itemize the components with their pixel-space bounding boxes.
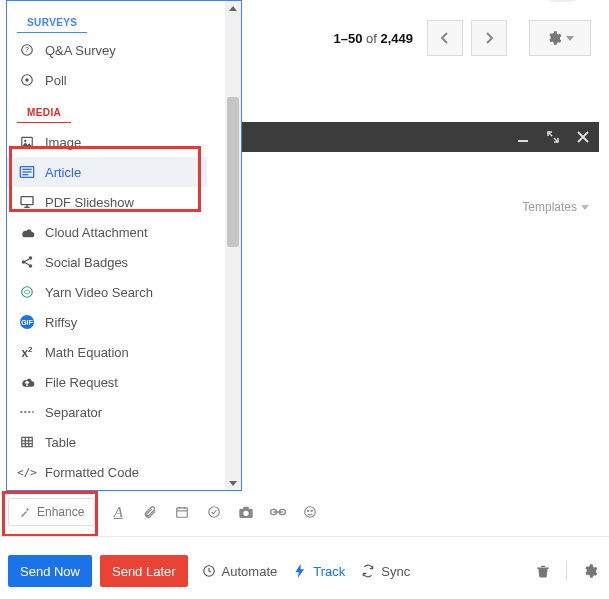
scroll-up-button[interactable] xyxy=(225,1,241,15)
svg-point-5 xyxy=(24,140,26,142)
svg-point-16 xyxy=(22,287,33,298)
menu-item-qa-survey[interactable]: ? Q&A Survey xyxy=(7,35,207,65)
menu-item-truncated xyxy=(17,1,231,11)
menu-item-image[interactable]: Image xyxy=(7,127,207,157)
sync-button[interactable]: Sync xyxy=(361,564,410,579)
minimize-icon xyxy=(517,131,529,143)
bolt-icon xyxy=(293,564,307,578)
track-label: Track xyxy=(313,564,345,579)
emoji-button[interactable] xyxy=(301,503,319,521)
svg-rect-32 xyxy=(177,508,188,517)
send-later-label: Send Later xyxy=(112,564,176,579)
enhance-button[interactable]: Enhance xyxy=(8,498,95,526)
check-circle-icon xyxy=(207,505,221,519)
prev-page-button[interactable] xyxy=(427,20,463,56)
task-button[interactable] xyxy=(205,503,223,521)
templates-label: Templates xyxy=(522,200,577,214)
menu-item-pdf-slideshow[interactable]: PDF Slideshow xyxy=(7,187,207,217)
page-info: 1–50 of 2,449 xyxy=(333,31,413,46)
menu-item-crowdcast[interactable]: Crowdcast xyxy=(7,487,207,490)
table-icon xyxy=(19,434,35,450)
riffsy-icon: GIF xyxy=(19,314,35,330)
menu-item-cloud-attachment[interactable]: Cloud Attachment xyxy=(7,217,207,247)
menu-item-label: Math Equation xyxy=(45,345,129,360)
close-icon xyxy=(577,131,589,143)
compose-titlebar xyxy=(242,122,599,152)
menu-item-file-request[interactable]: File Request xyxy=(7,367,207,397)
yarn-icon xyxy=(19,284,35,300)
menu-item-yarn-video[interactable]: Yarn Video Search xyxy=(7,277,207,307)
sync-label: Sync xyxy=(381,564,410,579)
menu-item-label: Yarn Video Search xyxy=(45,285,153,300)
text-format-button[interactable]: A xyxy=(109,503,127,521)
menu-item-label: Table xyxy=(45,435,76,450)
sync-icon xyxy=(361,564,375,578)
svg-text:?: ? xyxy=(25,46,29,53)
svg-point-43 xyxy=(308,510,309,511)
svg-rect-10 xyxy=(21,197,33,205)
trash-icon xyxy=(536,563,550,579)
separator-icon xyxy=(19,404,35,420)
menu-item-article[interactable]: Article xyxy=(7,157,207,187)
link-button[interactable] xyxy=(269,503,287,521)
track-button[interactable]: Track xyxy=(293,564,345,579)
menu-item-label: Riffsy xyxy=(45,315,77,330)
svg-point-42 xyxy=(305,507,316,518)
next-page-button[interactable] xyxy=(471,20,507,56)
compose-toolbar: Enhance A xyxy=(8,498,319,526)
clock-icon xyxy=(202,564,216,578)
settings-button[interactable] xyxy=(529,20,591,56)
expand-icon xyxy=(547,131,559,143)
svg-point-36 xyxy=(209,507,220,518)
minimize-button[interactable] xyxy=(515,129,531,145)
svg-rect-18 xyxy=(22,437,33,446)
chevron-left-icon xyxy=(440,32,450,44)
gear-icon xyxy=(546,30,562,46)
menu-item-riffsy[interactable]: GIF Riffsy xyxy=(7,307,207,337)
math-icon: x2 xyxy=(19,344,35,360)
menu-item-label: Cloud Attachment xyxy=(45,225,148,240)
scroll-down-button[interactable] xyxy=(225,476,241,490)
monitor-icon xyxy=(19,194,35,210)
menu-item-poll[interactable]: Poll xyxy=(7,65,207,95)
menu-item-math[interactable]: x2 Math Equation xyxy=(7,337,207,367)
menu-item-label: File Request xyxy=(45,375,118,390)
svg-point-44 xyxy=(312,510,313,511)
automate-button[interactable]: Automate xyxy=(202,564,278,579)
menu-item-label: Q&A Survey xyxy=(45,43,116,58)
templates-dropdown[interactable]: Templates xyxy=(522,200,589,214)
link-icon xyxy=(270,507,286,517)
action-bar: Send Now Send Later Automate Track Sync xyxy=(8,555,599,587)
menu-item-label: Article xyxy=(45,165,81,180)
smile-icon xyxy=(303,505,317,519)
compose-settings-button[interactable] xyxy=(581,562,599,580)
send-now-button[interactable]: Send Now xyxy=(8,555,92,587)
menu-section-surveys: SURVEYS xyxy=(17,13,87,33)
poll-icon xyxy=(19,72,35,88)
menu-item-label: Poll xyxy=(45,73,67,88)
divider xyxy=(566,561,567,581)
camera-button[interactable] xyxy=(237,503,255,521)
scrollbar-thumb[interactable] xyxy=(227,97,239,247)
delete-button[interactable] xyxy=(534,562,552,580)
attach-button[interactable] xyxy=(141,503,159,521)
close-button[interactable] xyxy=(575,129,591,145)
menu-item-table[interactable]: Table xyxy=(7,427,207,457)
page-range: 1–50 xyxy=(333,31,362,46)
expand-button[interactable] xyxy=(545,129,561,145)
calendar-button[interactable] xyxy=(173,503,191,521)
share-icon xyxy=(19,254,35,270)
menu-item-label: Separator xyxy=(45,405,102,420)
calendar-icon xyxy=(175,505,189,519)
scrollbar-track[interactable] xyxy=(225,1,241,490)
article-icon xyxy=(19,164,35,180)
svg-point-3 xyxy=(25,78,29,82)
enhance-label: Enhance xyxy=(37,505,84,519)
send-now-label: Send Now xyxy=(20,564,80,579)
menu-section-media: MEDIA xyxy=(17,103,71,123)
menu-item-separator[interactable]: Separator xyxy=(7,397,207,427)
menu-item-social-badges[interactable]: Social Badges xyxy=(7,247,207,277)
send-later-button[interactable]: Send Later xyxy=(100,555,188,587)
menu-item-label: Image xyxy=(45,135,81,150)
menu-item-code[interactable]: </> Formatted Code xyxy=(7,457,207,487)
